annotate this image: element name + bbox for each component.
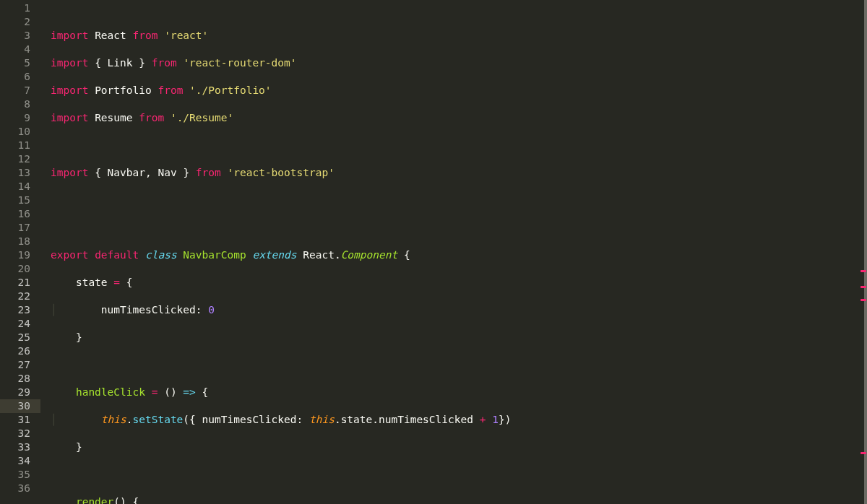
line-number: 12 (0, 152, 40, 166)
line-number: 3 (0, 29, 40, 43)
minimap-error-marker[interactable] (860, 299, 866, 301)
line-number: 30 (0, 399, 40, 413)
line-number: 6 (0, 70, 40, 84)
line-number: 27 (0, 358, 40, 372)
code-line: import { Navbar, Nav } from 'react-boots… (51, 166, 867, 180)
code-line (51, 468, 867, 482)
line-number: 8 (0, 97, 40, 111)
code-line: │ this.setState({ numTimesClicked: this.… (51, 413, 867, 427)
line-number: 9 (0, 111, 40, 125)
line-number: 22 (0, 290, 40, 303)
line-number: 34 (0, 454, 40, 468)
line-number: 26 (0, 344, 40, 358)
line-number: 14 (0, 180, 40, 194)
code-line: import { Link } from 'react-router-dom' (51, 56, 867, 70)
code-line: } (51, 440, 867, 454)
code-line (51, 221, 867, 235)
line-number: 32 (0, 427, 40, 440)
code-area[interactable]: import React from 'react' import { Link … (40, 0, 867, 504)
code-line: export default class NavbarComp extends … (51, 248, 867, 262)
minimap-error-marker[interactable] (860, 452, 866, 454)
line-number: 7 (0, 84, 40, 97)
line-number: 28 (0, 372, 40, 386)
line-number: 21 (0, 276, 40, 290)
code-line: import Portfolio from './Portfolio' (51, 84, 867, 97)
line-number: 19 (0, 248, 40, 262)
line-number: 24 (0, 317, 40, 331)
line-number: 18 (0, 235, 40, 248)
line-number: 25 (0, 331, 40, 344)
minimap-error-marker[interactable] (860, 270, 866, 272)
line-number: 31 (0, 413, 40, 427)
line-number: 16 (0, 207, 40, 221)
code-line: import Resume from './Resume' (51, 111, 867, 125)
line-number: 13 (0, 166, 40, 180)
line-number: 2 (0, 15, 40, 29)
line-number: 5 (0, 56, 40, 70)
code-line: │ numTimesClicked: 0 (51, 303, 867, 317)
code-line: render() { (51, 495, 867, 504)
scrollbar-vertical[interactable] (864, 0, 867, 504)
line-number: 20 (0, 262, 40, 276)
line-number: 23 (0, 303, 40, 317)
line-number: 15 (0, 194, 40, 207)
code-editor: 1234567891011121314151617181920212223242… (0, 0, 867, 504)
code-line (51, 358, 867, 372)
code-line: state = { (51, 276, 867, 290)
line-number: 36 (0, 482, 40, 495)
line-number: 35 (0, 468, 40, 482)
code-line (51, 139, 867, 152)
code-line: import React from 'react' (51, 29, 867, 43)
line-number: 4 (0, 43, 40, 56)
line-number: 10 (0, 125, 40, 139)
code-line: handleClick = () => { (51, 386, 867, 399)
line-number: 33 (0, 440, 40, 454)
line-number-gutter: 1234567891011121314151617181920212223242… (0, 0, 40, 504)
code-line: } (51, 331, 867, 344)
line-number: 1 (0, 1, 40, 15)
line-number: 17 (0, 221, 40, 235)
minimap-error-marker[interactable] (860, 286, 866, 288)
line-number: 29 (0, 386, 40, 399)
line-number: 11 (0, 139, 40, 152)
code-line (51, 194, 867, 207)
